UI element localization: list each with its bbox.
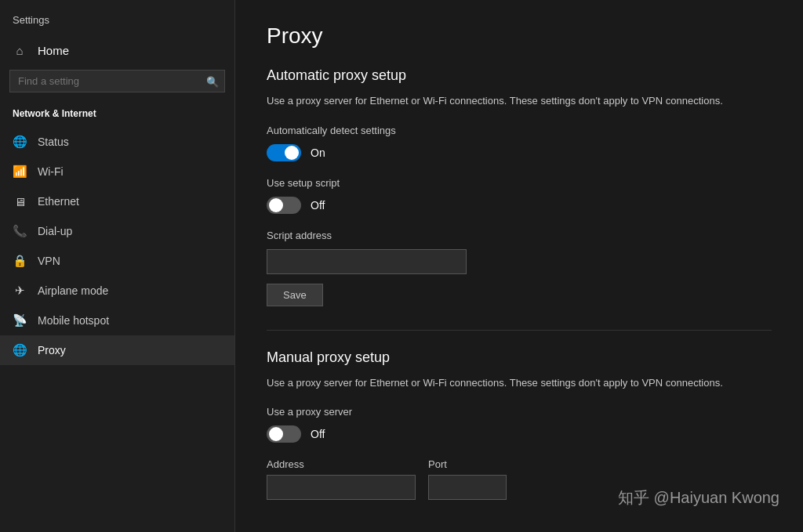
sidebar-item-ethernet[interactable]: 🖥 Ethernet — [0, 186, 234, 216]
address-label: Address — [267, 458, 416, 470]
home-icon: ⌂ — [13, 43, 27, 57]
sidebar-item-wifi[interactable]: 📶 Wi-Fi — [0, 157, 234, 186]
home-label: Home — [38, 44, 69, 57]
detect-toggle-thumb — [285, 146, 299, 160]
search-icon: 🔍 — [206, 75, 219, 87]
manual-section-title: Manual proxy setup — [267, 349, 772, 366]
sidebar-item-hotspot[interactable]: 📡 Mobile hotspot — [0, 306, 234, 335]
sidebar-item-hotspot-label: Mobile hotspot — [38, 314, 109, 327]
script-toggle-row: Off — [267, 197, 772, 214]
detect-toggle-label: On — [311, 147, 325, 159]
sidebar-item-home[interactable]: ⌂ Home — [0, 35, 234, 65]
sidebar-item-dialup-label: Dial-up — [38, 225, 72, 237]
save-button[interactable]: Save — [267, 284, 323, 306]
sidebar-item-airplane-label: Airplane mode — [38, 284, 108, 297]
manual-section-description: Use a proxy server for Ethernet or Wi-Fi… — [267, 375, 772, 391]
sidebar-item-wifi-label: Wi-Fi — [38, 165, 64, 178]
port-input[interactable] — [428, 475, 507, 500]
main-content: Proxy Automatic proxy setup Use a proxy … — [235, 0, 803, 532]
search-input[interactable] — [9, 70, 225, 92]
address-input[interactable] — [267, 475, 416, 500]
detect-toggle-row: On — [267, 144, 772, 161]
airplane-icon: ✈ — [13, 284, 27, 298]
sidebar-item-ethernet-label: Ethernet — [38, 195, 79, 208]
dialup-icon: 📞 — [13, 224, 27, 238]
sidebar-item-vpn[interactable]: 🔒 VPN — [0, 246, 234, 276]
ethernet-icon: 🖥 — [13, 194, 27, 208]
script-toggle[interactable] — [267, 197, 301, 214]
sidebar-title: Settings — [0, 8, 234, 35]
setup-script-label: Use setup script — [267, 177, 772, 189]
proxy-toggle-thumb — [269, 427, 283, 441]
detect-toggle[interactable] — [267, 144, 301, 161]
auto-section-title: Automatic proxy setup — [267, 67, 772, 84]
proxy-icon: 🌐 — [13, 343, 27, 357]
port-group: Port — [428, 458, 507, 500]
sidebar-item-vpn-label: VPN — [38, 255, 60, 267]
sidebar-item-status-label: Status — [38, 136, 69, 148]
proxy-toggle-row: Off — [267, 425, 772, 443]
sidebar-item-status[interactable]: 🌐 Status — [0, 127, 234, 157]
search-box: 🔍 — [9, 70, 225, 92]
sidebar-section-title: Network & Internet — [0, 103, 234, 127]
sidebar-item-proxy[interactable]: 🌐 Proxy — [0, 335, 234, 365]
script-address-input[interactable] — [267, 249, 467, 274]
proxy-toggle-label: Off — [311, 428, 325, 440]
use-proxy-label: Use a proxy server — [267, 406, 772, 418]
sidebar: Settings ⌂ Home 🔍 Network & Internet 🌐 S… — [0, 0, 235, 532]
address-group: Address — [267, 458, 416, 500]
sidebar-item-airplane[interactable]: ✈ Airplane mode — [0, 276, 234, 306]
auto-section-description: Use a proxy server for Ethernet or Wi-Fi… — [267, 93, 772, 109]
wifi-icon: 📶 — [13, 165, 27, 179]
hotspot-icon: 📡 — [13, 313, 27, 328]
watermark: 知乎 @Haiyuan Kwong — [618, 487, 779, 508]
sidebar-item-dialup[interactable]: 📞 Dial-up — [0, 216, 234, 246]
detect-settings-label: Automatically detect settings — [267, 125, 772, 136]
proxy-toggle[interactable] — [267, 425, 301, 443]
section-divider — [267, 330, 772, 331]
script-address-label: Script address — [267, 230, 772, 241]
script-toggle-label: Off — [311, 199, 325, 212]
vpn-icon: 🔒 — [13, 254, 27, 268]
port-label: Port — [428, 458, 507, 470]
script-toggle-thumb — [269, 198, 283, 212]
sidebar-item-proxy-label: Proxy — [38, 344, 66, 356]
page-title: Proxy — [267, 24, 772, 49]
status-icon: 🌐 — [13, 135, 27, 149]
